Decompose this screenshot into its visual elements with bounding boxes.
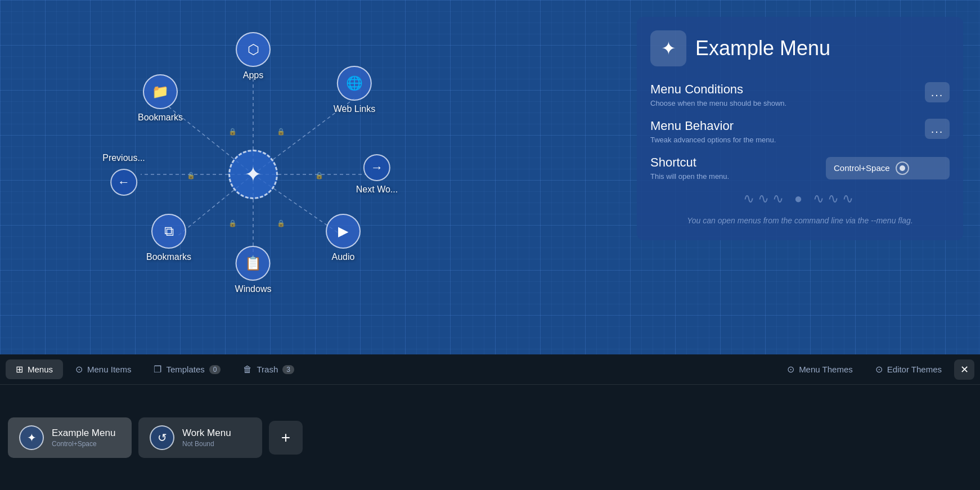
lock-icon-4: 🔒 (277, 219, 285, 227)
menu-title-icon: ✦ (650, 30, 686, 66)
shortcut-value: Control+Space (834, 163, 890, 173)
tabs-right: ⊙ Menu Themes ⊙ Editor Themes ✕ (777, 359, 974, 380)
windows-circle: ⧉ (151, 214, 186, 249)
audio-node[interactable]: ▶ Audio (326, 214, 361, 262)
web-links-icon: 🌐 (346, 75, 363, 91)
example-menu-card-icon: ✦ (19, 425, 44, 450)
tab-menu-items[interactable]: ⊙ Menu Items (65, 359, 141, 379)
apps-label: Apps (243, 70, 263, 80)
example-menu-card-sub: Control+Space (52, 440, 115, 448)
bookmarks-circle: 📁 (143, 74, 178, 109)
editor-themes-tab-icon: ⊙ (875, 364, 883, 375)
menus-tab-icon: ⊞ (16, 364, 23, 375)
lock-icon-3: 🔒 (228, 219, 237, 227)
conditions-text-area: Menu Conditions Choose when the menu sho… (650, 82, 786, 107)
menu-title-text: Example Menu (695, 37, 830, 60)
menu-title-row: ✦ Example Menu (650, 30, 950, 66)
conditions-section: Menu Conditions Choose when the menu sho… (650, 82, 950, 107)
lock-icon-5: 🔒 (315, 172, 323, 179)
web-links-circle: 🌐 (337, 66, 372, 101)
bookmarks-node[interactable]: 📁 Bookmarks (138, 74, 183, 123)
center-circle: ✦ (228, 150, 278, 199)
web-links-node[interactable]: 🌐 Web Links (334, 66, 375, 114)
behavior-label: Menu Behavior (650, 119, 776, 133)
shortcut-section: Shortcut This will open the menu. Contro… (650, 155, 950, 181)
clipboard-node[interactable]: 📋 Windows (235, 246, 272, 294)
shortcut-text-area: Shortcut This will open the menu. (650, 155, 729, 181)
audio-icon: ▶ (338, 223, 348, 239)
divider-ornament: ∿∿∿ ● ∿∿∿ (650, 191, 950, 206)
work-menu-icon: ↺ (158, 431, 167, 444)
next-node[interactable]: → Next Wo... (356, 154, 398, 195)
shortcut-desc: This will open the menu. (650, 172, 729, 181)
menus-tab-label: Menus (28, 365, 53, 374)
main-area: ✦ ⬡ Apps 📁 Bookmarks 🌐 Web Links Prev (0, 0, 980, 354)
menu-items-tab-icon: ⊙ (75, 364, 83, 375)
example-menu-card-name: Example Menu (52, 428, 115, 439)
menu-items-tab-label: Menu Items (87, 365, 131, 374)
tabs-left: ⊞ Menus ⊙ Menu Items ❐ Templates 0 🗑 Tra… (6, 359, 304, 379)
previous-circle: ← (110, 169, 137, 196)
example-menu-card-text: Example Menu Control+Space (52, 428, 115, 448)
work-menu-card-sub: Not Bound (182, 440, 231, 448)
editor-themes-tab-label: Editor Themes (887, 365, 942, 374)
trash-tab-label: Trash (257, 365, 278, 374)
tab-editor-themes[interactable]: ⊙ Editor Themes (865, 359, 952, 379)
lock-icon-2: 🔒 (277, 128, 285, 136)
previous-label: Previous... (102, 153, 145, 163)
windows-label: Bookmarks (146, 252, 191, 262)
bookmarks-icon: 📁 (152, 84, 169, 100)
clipboard-circle: 📋 (236, 246, 271, 281)
templates-tab-badge: 0 (209, 365, 221, 374)
center-node[interactable]: ✦ (228, 150, 278, 199)
lock-icon-1: 🔒 (228, 128, 237, 136)
work-menu-card-icon: ↺ (150, 425, 174, 450)
previous-node[interactable]: Previous... ← (102, 153, 145, 196)
menus-content-row: ✦ Example Menu Control+Space ↺ Work Menu… (0, 385, 980, 490)
web-links-label: Web Links (334, 104, 375, 114)
audio-label: Audio (332, 252, 355, 262)
trash-tab-icon: 🗑 (243, 365, 252, 375)
menu-themes-tab-icon: ⊙ (787, 364, 794, 375)
tab-menus[interactable]: ⊞ Menus (6, 359, 63, 379)
behavior-desc: Tweak advanced options for the menu. (650, 136, 776, 144)
close-button[interactable]: ✕ (954, 359, 974, 380)
apps-circle: ⬡ (236, 32, 271, 67)
behavior-section: Menu Behavior Tweak advanced options for… (650, 119, 950, 144)
work-menu-card-text: Work Menu Not Bound (182, 428, 231, 448)
next-circle: → (363, 154, 390, 181)
apps-node[interactable]: ⬡ Apps (236, 32, 271, 80)
menu-star-icon: ✦ (661, 38, 676, 59)
templates-tab-label: Templates (166, 365, 204, 374)
windows-node[interactable]: ⧉ Bookmarks (146, 214, 191, 262)
previous-icon: ← (118, 175, 130, 190)
right-panel: ✦ Example Menu Menu Conditions Choose wh… (637, 17, 963, 240)
bookmarks-label: Bookmarks (138, 113, 183, 123)
audio-circle: ▶ (326, 214, 361, 249)
conditions-desc: Choose when the menu should be shown. (650, 99, 786, 107)
example-menu-card[interactable]: ✦ Example Menu Control+Space (8, 417, 132, 458)
clipboard-label: Windows (235, 284, 272, 294)
radial-menu-area: ✦ ⬡ Apps 📁 Bookmarks 🌐 Web Links Prev (56, 11, 450, 338)
record-button[interactable] (896, 161, 909, 175)
tab-trash[interactable]: 🗑 Trash 3 (233, 360, 304, 379)
trash-tab-badge: 3 (282, 365, 294, 374)
tabs-row: ⊞ Menus ⊙ Menu Items ❐ Templates 0 🗑 Tra… (0, 354, 980, 385)
behavior-dots-button[interactable]: ... (925, 119, 950, 139)
conditions-dots-button[interactable]: ... (925, 82, 950, 102)
command-line-note: You can open menus from the command line… (650, 214, 950, 227)
conditions-label: Menu Conditions (650, 82, 786, 97)
behavior-text-area: Menu Behavior Tweak advanced options for… (650, 119, 776, 144)
record-dot (900, 165, 905, 171)
tab-templates[interactable]: ❐ Templates 0 (143, 359, 231, 379)
work-menu-card-name: Work Menu (182, 428, 231, 439)
clipboard-icon: 📋 (245, 255, 262, 271)
example-menu-star-icon: ✦ (27, 431, 37, 444)
work-menu-card[interactable]: ↺ Work Menu Not Bound (138, 417, 262, 458)
next-icon: → (371, 160, 383, 175)
templates-tab-icon: ❐ (154, 364, 161, 375)
bottom-bar: ⊞ Menus ⊙ Menu Items ❐ Templates 0 🗑 Tra… (0, 354, 980, 490)
add-menu-button[interactable]: + (269, 421, 303, 455)
tab-menu-themes[interactable]: ⊙ Menu Themes (777, 359, 863, 379)
shortcut-input-area[interactable]: Control+Space (826, 157, 950, 179)
